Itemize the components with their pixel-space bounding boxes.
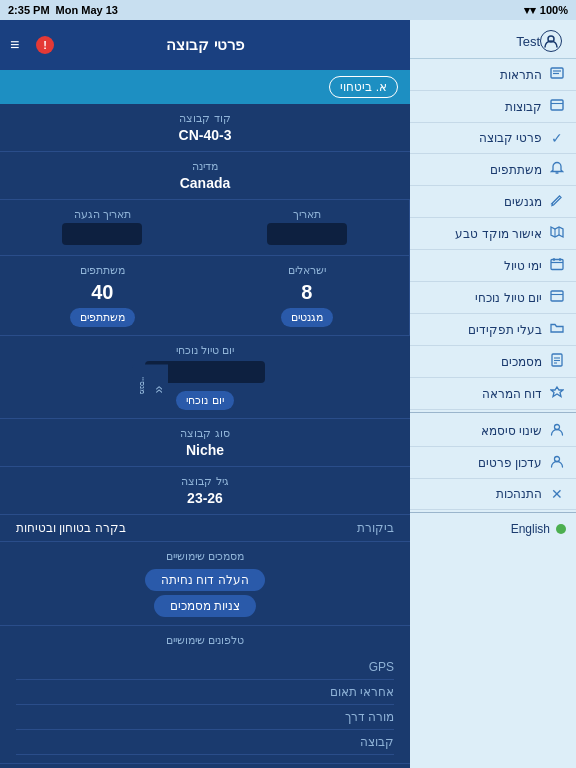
sidebar-top: Test — [410, 24, 576, 59]
bell-icon — [548, 161, 566, 178]
main-panel: פרטי קבוצה ! ≡ א. ביטחוי קוד קבוצה CN-40… — [0, 20, 410, 768]
start-date-col: תאריך — [205, 200, 411, 255]
phone-group-type: קבוצה — [360, 735, 394, 749]
participants-col: משתתפים 40 משתתפים — [0, 256, 205, 335]
participants-count: 40 — [91, 281, 113, 304]
country-label: מדינה — [16, 160, 394, 173]
user-badge-button[interactable]: א. ביטחוי — [329, 76, 398, 98]
group-age-value: 23-26 — [16, 490, 394, 506]
documents-section: מסמכים שימושיים העלה דוח נחיתה צניות מסמ… — [0, 542, 410, 626]
sidebar-item-settings-label: התנהכות — [496, 487, 542, 501]
sidebar-item-settings[interactable]: התנהכות ✕ — [410, 479, 576, 510]
sidebar-item-meetings[interactable]: מגנשים — [410, 186, 576, 218]
present-day-section: יום טיול נוכחי יום נוכחי — [0, 336, 410, 419]
sidebar-item-current-day[interactable]: יום טיול נוכחי — [410, 282, 576, 314]
sidebar-item-participants[interactable]: משתתפים — [410, 154, 576, 186]
expand-arrow[interactable]: » מנסיי — [132, 365, 168, 404]
review-section: בקרה בטוחון ובטיחות ביקורת — [0, 515, 410, 542]
user2-icon — [548, 454, 566, 471]
pencil-icon — [548, 193, 566, 210]
svg-rect-9 — [551, 260, 563, 270]
svg-rect-4 — [551, 100, 563, 110]
news-icon — [548, 66, 566, 83]
country-value: Canada — [16, 175, 394, 191]
calendar2-icon — [548, 289, 566, 306]
phone-coordinator-type: אחראי תאום — [330, 685, 394, 699]
start-date-label: תאריך — [215, 208, 400, 221]
language-label: English — [511, 522, 550, 536]
present-day-btn[interactable]: יום נוכחי — [176, 391, 233, 410]
sidebar-item-mirror[interactable]: דוח המראה — [410, 378, 576, 410]
sidebar-item-group-details[interactable]: פרטי קבוצה ✓ — [410, 123, 576, 154]
language-item[interactable]: English — [410, 515, 576, 543]
sidebar-item-change-password-label: שינוי סיסמא — [481, 424, 542, 438]
x-icon: ✕ — [548, 486, 566, 502]
groups-icon — [548, 98, 566, 115]
upload-landing-btn[interactable]: העלה דוח נחיתה — [145, 569, 265, 591]
svg-point-19 — [555, 425, 560, 430]
camera-section: סימון נחיתה — [0, 763, 410, 768]
group-age-section: גיל קבוצה 23-26 — [0, 467, 410, 515]
end-date-label: תאריך הגעה — [10, 208, 195, 221]
mirror-icon — [548, 385, 566, 402]
end-date-value — [62, 223, 142, 245]
menu-icon[interactable]: ≡ — [10, 36, 19, 54]
sidebar-user-icon — [540, 30, 562, 52]
phone-row-coordinator: אחראי תאום — [16, 680, 394, 705]
svg-marker-6 — [551, 227, 563, 237]
phone-guide-type: מורה דרך — [345, 710, 394, 724]
sidebar-item-groups-label: קבוצות — [505, 100, 542, 114]
sidebar-item-approval-label: אישור מוקד טבע — [455, 227, 542, 241]
view-documents-btn[interactable]: צניות מסמכים — [154, 595, 256, 617]
sidebar-item-approval[interactable]: אישור מוקד טבע — [410, 218, 576, 250]
battery-label: 100% — [540, 4, 568, 16]
svg-rect-13 — [551, 291, 563, 301]
calendar-icon — [548, 257, 566, 274]
svg-point-20 — [555, 457, 560, 462]
folder-icon — [548, 321, 566, 338]
country-section: מדינה Canada — [0, 152, 410, 200]
dates-row: תאריך הגעה תאריך — [0, 200, 410, 256]
israeli-label: ישראלים — [288, 264, 326, 277]
sidebar-item-participants-label: משתתפים — [490, 163, 542, 177]
sidebar-item-meetings-label: מגנשים — [504, 195, 542, 209]
status-right: ▾▾ 100% — [524, 4, 568, 17]
israeli-btn[interactable]: מגנטים — [281, 308, 333, 327]
map-icon — [548, 225, 566, 242]
page-title: פרטי קבוצה — [154, 28, 255, 62]
sidebar-divider — [410, 412, 576, 413]
alert-icon[interactable]: ! — [36, 36, 54, 54]
phone-row-gps: GPS — [16, 655, 394, 680]
user-badge-row: א. ביטחוי — [0, 70, 410, 104]
phones-list: GPS אחראי תאום מורה דרך קבוצה — [16, 655, 394, 755]
sidebar-item-trip-days[interactable]: ימי טיול — [410, 250, 576, 282]
group-code-label: קוד קבוצה — [16, 112, 394, 125]
sidebar-divider-2 — [410, 512, 576, 513]
sidebar-item-group-details-label: פרטי קבוצה — [479, 131, 542, 145]
sidebar-item-supervisors-label: בעלי תפקידים — [468, 323, 542, 337]
sidebar-item-documents[interactable]: מסמכים — [410, 346, 576, 378]
main-header: פרטי קבוצה ! ≡ — [0, 20, 410, 70]
app-container: פרטי קבוצה ! ≡ א. ביטחוי קוד קבוצה CN-40… — [0, 20, 576, 768]
sidebar-item-mirror-label: דוח המראה — [482, 387, 542, 401]
review-label: ביקורת — [357, 521, 394, 535]
sidebar-item-change-password[interactable]: שינוי סיסמא — [410, 415, 576, 447]
group-type-value: Niche — [16, 442, 394, 458]
main-content: קוד קבוצה CN-40-3 מדינה Canada תאריך הגע… — [0, 104, 410, 768]
sidebar-item-trip-days-label: ימי טיול — [504, 259, 542, 273]
present-day-label: יום טיול נוכחי — [176, 344, 234, 357]
sidebar-item-update-details[interactable]: עדכון פרטים — [410, 447, 576, 479]
sidebar-item-supervisors[interactable]: בעלי תפקידים — [410, 314, 576, 346]
participants-btn[interactable]: משתתפים — [70, 308, 135, 327]
user-icon — [548, 422, 566, 439]
doc-icon — [548, 353, 566, 370]
status-time: 2:35 PM — [8, 4, 50, 16]
sidebar-item-groups[interactable]: קבוצות — [410, 91, 576, 123]
group-type-label: סוג קבוצה — [16, 427, 394, 440]
wifi-icon: ▾▾ — [524, 4, 536, 17]
phones-section: טלפונים שימושיים GPS אחראי תאום מורה דרך — [0, 626, 410, 763]
participants-label: משתתפים — [80, 264, 125, 277]
sidebar-item-news[interactable]: התראות — [410, 59, 576, 91]
checkmark-icon: ✓ — [548, 130, 566, 146]
sidebar-user-label: Test — [516, 34, 540, 49]
